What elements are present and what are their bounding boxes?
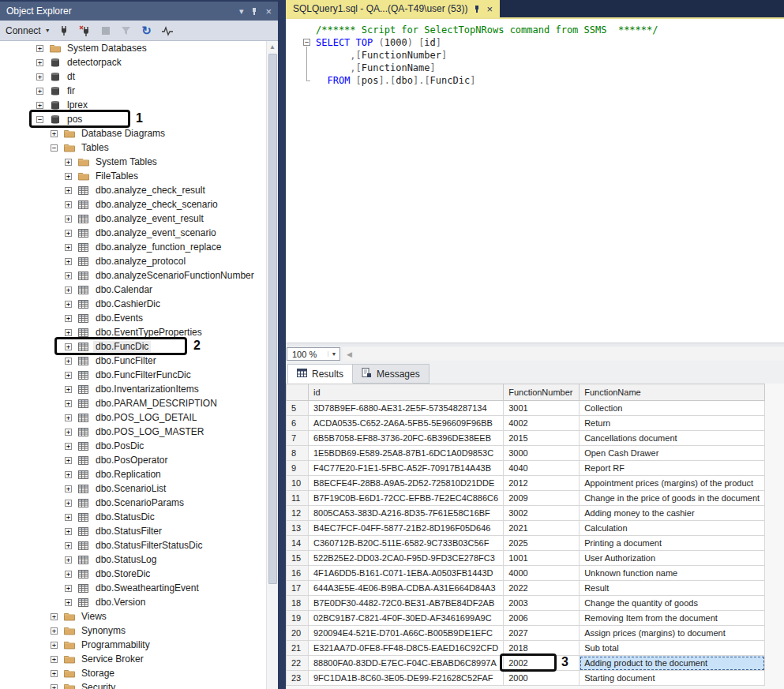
- scroll-up-icon[interactable]: ▲: [267, 41, 278, 51]
- tree-item-security[interactable]: +Security: [0, 680, 266, 689]
- column-header-functionnumber[interactable]: FunctionNumber: [504, 384, 580, 401]
- cell-functionnumber[interactable]: 2012: [504, 476, 580, 491]
- tree-item-dbo-inventarizationitems[interactable]: +dbo.InventarizationItems: [0, 382, 266, 396]
- tree-item-views[interactable]: +Views: [0, 609, 266, 623]
- tree-item-dbo-statuslog[interactable]: +dbo.StatusLog: [0, 552, 266, 567]
- tree-item-dbo-statusfilter[interactable]: +dbo.StatusFilter: [0, 524, 266, 538]
- cell-functionname[interactable]: Return: [580, 416, 765, 431]
- cell-functionnumber[interactable]: 3000: [504, 446, 580, 461]
- cell-functionnumber[interactable]: 2003: [504, 596, 580, 611]
- expand-icon[interactable]: +: [51, 670, 58, 677]
- cell-functionnumber[interactable]: 4000: [504, 566, 580, 581]
- expand-icon[interactable]: +: [65, 301, 72, 308]
- tree-item-dbo-funcfilter[interactable]: +dbo.FuncFilter: [0, 354, 266, 368]
- cell-functionnumber[interactable]: 4040: [504, 461, 580, 476]
- cell-functionnumber[interactable]: 2006: [504, 611, 580, 626]
- tab-messages[interactable]: Messages: [352, 364, 430, 384]
- editor-horizontal-scrollbar[interactable]: ◀: [343, 347, 784, 361]
- column-header-functionname[interactable]: FunctionName: [580, 384, 765, 401]
- tree-item-dbo-funcfilterfuncdic[interactable]: +dbo.FuncFilterFuncDic: [0, 368, 266, 382]
- expand-icon[interactable]: +: [65, 372, 72, 379]
- cell-functionname[interactable]: Starting document: [580, 671, 765, 686]
- cell-functionnumber[interactable]: 4002: [504, 416, 580, 431]
- cell-functionnumber[interactable]: 2009: [504, 491, 580, 506]
- tree-item-dbo-analyze-check-scenario[interactable]: +dbo.analyze_check_scenario: [0, 197, 266, 212]
- cell-id[interactable]: 644A3E5E-4E06-B9BA-CDBA-A31E664D84A3: [309, 581, 504, 596]
- cell-id[interactable]: 88800FA0-83DD-E7EC-F04C-EBABD6C8997A: [309, 656, 504, 671]
- expand-icon[interactable]: +: [65, 258, 72, 265]
- row-header[interactable]: 5: [287, 401, 309, 416]
- expand-icon[interactable]: +: [65, 244, 72, 251]
- row-header[interactable]: 7: [287, 431, 309, 446]
- expand-icon[interactable]: +: [65, 187, 72, 194]
- cell-id[interactable]: 6B5B7058-EF88-3736-20FC-6B396DE38EEB: [309, 431, 504, 446]
- connect-plug-icon[interactable]: [58, 24, 71, 37]
- tree-item-dt[interactable]: +dt: [0, 69, 266, 84]
- tree-item-dbo-statusdic[interactable]: +dbo.StatusDic: [0, 510, 266, 524]
- window-position-icon[interactable]: ▾: [239, 7, 244, 16]
- expand-icon[interactable]: +: [51, 656, 58, 663]
- scrollbar-thumb[interactable]: [268, 54, 277, 584]
- expand-icon[interactable]: +: [65, 173, 72, 180]
- disconnect-plug-icon[interactable]: [79, 24, 92, 37]
- cell-functionname[interactable]: User Authorization: [580, 551, 765, 566]
- tree-item-dbo-pos-log-master[interactable]: +dbo.POS_LOG_MASTER: [0, 425, 266, 439]
- sql-editor[interactable]: − /****** Script for SelectTopNRows comm…: [286, 19, 784, 343]
- tree-scrollbar[interactable]: ▲: [266, 41, 278, 689]
- expand-icon[interactable]: +: [36, 73, 43, 81]
- row-header[interactable]: 16: [287, 566, 309, 581]
- expand-icon[interactable]: +: [65, 414, 72, 421]
- expand-icon[interactable]: +: [65, 358, 72, 365]
- expand-icon[interactable]: +: [36, 88, 43, 95]
- tree-item-system-databases[interactable]: +System Databases: [0, 41, 266, 55]
- tree-item-dbo-analyze-event-scenario[interactable]: +dbo.analyze_event_scenario: [0, 226, 266, 240]
- tree-item-programmability[interactable]: +Programmability: [0, 638, 266, 652]
- cell-id[interactable]: F4C77E20-F1E1-5FBC-A52F-70917B14A43B: [309, 461, 504, 476]
- expand-icon[interactable]: +: [65, 329, 72, 336]
- refresh-icon[interactable]: ↻: [141, 24, 153, 37]
- row-header[interactable]: 11: [287, 491, 309, 506]
- expand-icon[interactable]: +: [65, 599, 72, 606]
- tree-item-dbo-analyze-event-result[interactable]: +dbo.analyze_event_result: [0, 212, 266, 226]
- zoom-level-select[interactable]: 100 % ▼: [287, 347, 340, 361]
- tree-item-dbo-version[interactable]: +dbo.Version: [0, 595, 266, 609]
- collapse-icon[interactable]: −: [51, 144, 58, 152]
- row-header[interactable]: 17: [287, 581, 309, 596]
- sql-code[interactable]: /****** Script for SelectTopNRows comman…: [316, 24, 658, 87]
- object-explorer-titlebar[interactable]: Object Explorer ▾ ×: [0, 2, 278, 21]
- cell-functionname[interactable]: Assign prices (margins) to document: [580, 626, 765, 641]
- expand-icon[interactable]: +: [51, 613, 58, 620]
- tree-item-dbo-sweatheartingevent[interactable]: +dbo.SweatheartingEvent: [0, 581, 266, 595]
- cell-functionname[interactable]: Adding product to the document: [580, 656, 765, 671]
- row-header[interactable]: 23: [287, 671, 309, 686]
- expand-icon[interactable]: +: [65, 215, 72, 223]
- tree-item-dbo-analyze-protocol[interactable]: +dbo.analyze_protocol: [0, 254, 266, 268]
- expand-icon[interactable]: +: [65, 485, 72, 492]
- expand-icon[interactable]: +: [65, 443, 72, 450]
- cell-functionname[interactable]: Printing a document: [580, 536, 765, 551]
- expand-icon[interactable]: +: [51, 130, 58, 137]
- cell-id[interactable]: 1E5BDB69-E589-25A8-87B1-6DC1A0D9853C: [309, 446, 504, 461]
- expand-icon[interactable]: +: [65, 272, 72, 279]
- tree-item-dbo-calendar[interactable]: +dbo.Calendar: [0, 283, 266, 297]
- row-header[interactable]: 9: [287, 461, 309, 476]
- expand-icon[interactable]: +: [65, 386, 72, 393]
- expand-icon[interactable]: +: [65, 201, 72, 208]
- expand-icon[interactable]: +: [65, 556, 72, 564]
- tree-item-dbo-pos-log-detail[interactable]: +dbo.POS_LOG_DETAIL: [0, 410, 266, 425]
- row-header[interactable]: 21: [287, 641, 309, 656]
- row-header[interactable]: 13: [287, 521, 309, 536]
- pin-icon[interactable]: [251, 7, 257, 16]
- cell-functionnumber[interactable]: 2015: [504, 431, 580, 446]
- expand-icon[interactable]: +: [65, 514, 72, 521]
- cell-functionnumber[interactable]: 3002: [504, 506, 580, 521]
- tree-item-database-diagrams[interactable]: +Database Diagrams: [0, 126, 266, 140]
- expand-icon[interactable]: +: [65, 457, 72, 464]
- expand-icon[interactable]: +: [65, 315, 72, 322]
- cell-id[interactable]: B4EC7FCF-04FF-5877-21B2-8D196F05D646: [309, 521, 504, 536]
- cell-id[interactable]: 9FC1DA1B-8C60-3E05-DE99-F21628C52FAF: [309, 671, 504, 686]
- close-icon[interactable]: ×: [486, 4, 493, 14]
- expand-icon[interactable]: +: [65, 571, 72, 578]
- row-header[interactable]: 8: [287, 446, 309, 461]
- close-icon[interactable]: ×: [265, 6, 272, 17]
